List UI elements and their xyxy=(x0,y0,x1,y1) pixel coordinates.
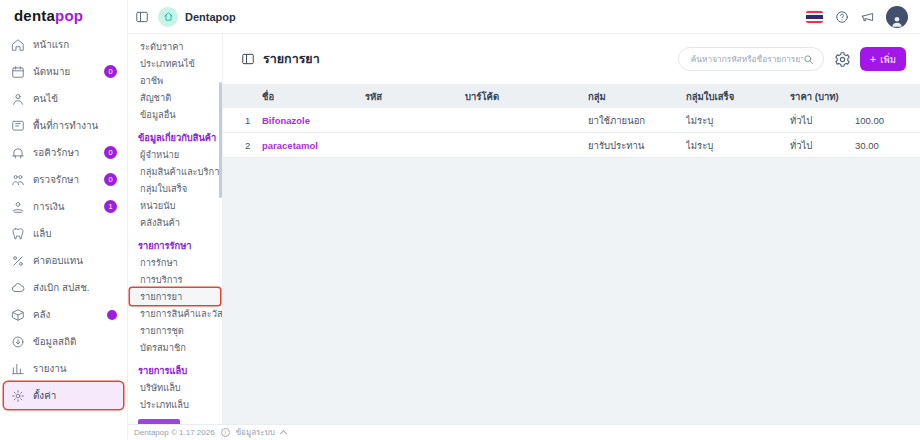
submenu-item-other-info[interactable]: ข้อมูลอื่น xyxy=(130,106,220,123)
col-header-price: ราคา (บาท) xyxy=(790,89,855,104)
sidebar-item-label: ตรวจรักษา xyxy=(33,172,79,187)
footer: Dentapop © 1.17 2026 i ข้อมูลระบบ xyxy=(128,424,920,440)
queue-badge: 0 xyxy=(104,146,117,159)
submenu-item-suppliers[interactable]: ผู้จำหน่าย xyxy=(130,146,220,163)
sidebar-item-label: รอคิวรักษา xyxy=(33,145,79,160)
finance-badge: 1 xyxy=(104,200,117,213)
table-header-row: ชื่อ รหัส บาร์โค้ด กลุ่ม กลุ่มใบเสร็จ รา… xyxy=(223,84,920,108)
report-chart-icon xyxy=(10,361,25,376)
sidebar-item-claims[interactable]: ส่งเบิก สปสช. xyxy=(4,274,123,301)
submenu-item-patient-types[interactable]: ประเภทคนไข้ xyxy=(130,55,220,72)
tooth-icon xyxy=(10,226,25,241)
sidebar-item-settings[interactable]: ตั้งค่า xyxy=(4,382,123,409)
info-icon: i xyxy=(221,428,230,437)
footer-copyright: Dentapop © 1.17 2026 xyxy=(134,428,215,437)
sidebar-item-compensation[interactable]: ค่าตอบแทน xyxy=(4,247,123,274)
medication-link[interactable]: Bifonazole xyxy=(262,115,365,126)
logo-text-denta: denta xyxy=(14,7,55,24)
submenu-scrollbar[interactable] xyxy=(219,82,222,198)
add-button-label: เพิ่ม xyxy=(880,52,896,67)
sidebar-item-home[interactable]: หน้าแรก xyxy=(4,31,123,58)
sidebar-toggle-icon[interactable] xyxy=(134,9,149,24)
submenu-item-products-materials[interactable]: รายการสินค้าและวัสดุ xyxy=(130,305,220,322)
submenu-section-treatment-items: รายการรักษา xyxy=(128,237,222,254)
topbar: Dentapop xyxy=(128,0,920,34)
submenu-item-lab-companies[interactable]: บริษัทแล็บ xyxy=(130,379,220,396)
submenu-section-lab-items: รายการแล็บ xyxy=(128,362,222,379)
help-icon[interactable] xyxy=(834,9,849,24)
submenu-section-product-info: ข้อมูลเกี่ยวกับสินค้า xyxy=(128,129,222,146)
submenu-item-receipt-groups[interactable]: กลุ่มใบเสร็จ xyxy=(130,180,220,197)
sidebar-item-label: ค่าตอบแทน xyxy=(33,253,83,268)
submenu-item-price-levels[interactable]: ระดับราคา xyxy=(130,38,220,55)
submenu-item-services[interactable]: การบริการ xyxy=(130,271,220,288)
sidebar-item-reports[interactable]: รายงาน xyxy=(4,355,123,382)
sidebar-item-queue[interactable]: รอคิวรักษา 0 xyxy=(4,139,123,166)
col-header-code: รหัส xyxy=(365,89,465,104)
sidebar-item-label: คนไข้ xyxy=(33,91,58,106)
cell-price-type: ทั่วไป xyxy=(790,113,855,128)
sidebar-item-patients[interactable]: คนไข้ xyxy=(4,85,123,112)
dental-chair-icon xyxy=(10,145,25,160)
system-info-link[interactable]: ข้อมูลระบบ xyxy=(236,426,275,439)
sidebar-item-workspace[interactable]: พื้นที่การทำงาน xyxy=(4,112,123,139)
cell-price-type: ทั่วไป xyxy=(790,138,855,153)
clinic-name[interactable]: Dentapop xyxy=(185,11,236,23)
sidebar-item-label: หน้าแรก xyxy=(33,37,69,52)
cell-receipt-group: ไม่ระบุ xyxy=(686,138,790,153)
sidebar-item-finance[interactable]: การเงิน 1 xyxy=(4,193,123,220)
page-header: รายการยา + เพิ่ม xyxy=(223,34,920,84)
table-settings-icon[interactable] xyxy=(834,51,851,68)
submenu-item-units[interactable]: หน่วยนับ xyxy=(130,197,220,214)
cell-price: 30.00 xyxy=(855,140,910,151)
sidebar-item-lab[interactable]: แล็บ xyxy=(4,220,123,247)
patient-icon xyxy=(10,91,25,106)
search-box xyxy=(678,47,824,71)
medication-link[interactable]: paracetamol xyxy=(262,140,365,151)
sidebar: dentapop หน้าแรก นัดหมาย 0 คนไข้ พื้นที่… xyxy=(0,0,128,440)
sidebar-item-statistics[interactable]: ข้อมูลสถิติ xyxy=(4,328,123,355)
chevron-up-icon[interactable] xyxy=(280,430,287,437)
examination-badge: 0 xyxy=(104,173,117,186)
calendar-icon xyxy=(10,64,25,79)
col-header-group: กลุ่ม xyxy=(588,89,686,104)
announcements-icon[interactable] xyxy=(860,9,875,24)
table-row[interactable]: 2 paracetamol ยารับประทาน ไม่ระบุ ทั่วไป… xyxy=(223,133,920,158)
sidebar-item-examination[interactable]: ตรวจรักษา 0 xyxy=(4,166,123,193)
sidebar-item-label: แล็บ xyxy=(33,226,52,241)
inventory-icon xyxy=(10,307,25,322)
search-icon[interactable] xyxy=(803,54,814,65)
examine-icon xyxy=(10,172,25,187)
content-background xyxy=(223,158,920,424)
cell-receipt-group: ไม่ระบุ xyxy=(686,113,790,128)
cell-group: ยาใช้ภายนอก xyxy=(588,113,686,128)
percent-icon xyxy=(10,253,25,268)
submenu-item-warehouse[interactable]: คลังสินค้า xyxy=(130,214,220,231)
table-row[interactable]: 1 Bifonazole ยาใช้ภายนอก ไม่ระบุ ทั่วไป … xyxy=(223,108,920,133)
language-flag-icon[interactable] xyxy=(806,11,823,23)
sidebar-item-appointments[interactable]: นัดหมาย 0 xyxy=(4,58,123,85)
submenu-item-product-service-groups[interactable]: กลุ่มสินค้าและบริการ xyxy=(130,163,220,180)
clinic-avatar[interactable] xyxy=(158,7,178,27)
col-header-barcode: บาร์โค้ด xyxy=(465,89,588,104)
search-input[interactable] xyxy=(691,54,803,64)
submenu-item-occupation[interactable]: อาชีพ xyxy=(130,72,220,89)
finance-icon xyxy=(10,199,25,214)
sidebar-item-inventory[interactable]: คลัง xyxy=(4,301,123,328)
submenu-item-treatments[interactable]: การรักษา xyxy=(130,254,220,271)
cell-group: ยารับประทาน xyxy=(588,138,686,153)
submenu-item-nationality[interactable]: สัญชาติ xyxy=(130,89,220,106)
submenu-item-medications[interactable]: รายการยา xyxy=(130,288,220,305)
submenu-item-lab-types[interactable]: ประเภทแล็บ xyxy=(130,396,220,413)
main-content: รายการยา + เพิ่ม ชื่อ รหัส บาร์โค้ด กลุ่… xyxy=(223,34,920,424)
submenu-item-member-cards[interactable]: บัตรสมาชิก xyxy=(130,339,220,356)
app-window: dentapop หน้าแรก นัดหมาย 0 คนไข้ พื้นที่… xyxy=(0,0,920,440)
sidebar-item-label: รายงาน xyxy=(33,361,67,376)
sidebar-item-label: ส่งเบิก สปสช. xyxy=(33,280,90,295)
cell-price: 100.00 xyxy=(855,115,910,126)
sidebar-item-label: ตั้งค่า xyxy=(33,388,56,403)
add-button[interactable]: + เพิ่ม xyxy=(860,47,906,71)
user-avatar[interactable] xyxy=(886,6,908,28)
panel-icon xyxy=(241,52,255,66)
submenu-item-sets[interactable]: รายการชุด xyxy=(130,322,220,339)
